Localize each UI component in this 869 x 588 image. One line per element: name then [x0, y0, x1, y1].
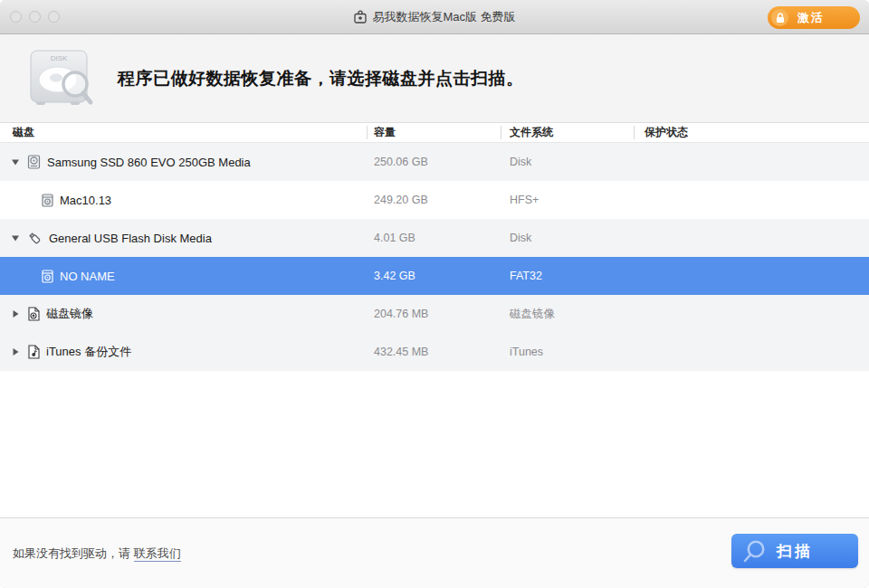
- ready-message: 程序已做好数据恢复准备，请选择磁盘并点击扫描。: [118, 67, 524, 90]
- disk-name: NO NAME: [60, 270, 115, 283]
- column-divider: [367, 126, 368, 139]
- volume-icon: [42, 270, 53, 283]
- column-divider: [634, 126, 635, 139]
- disk-filesystem: iTunes: [501, 346, 634, 358]
- hero-banner: DISK 程序已做好数据恢复准备，请选择磁盘并点击扫描。: [0, 34, 869, 123]
- title-bar: 易我数据恢复Mac版 免费版 激活: [0, 0, 869, 34]
- app-window: 易我数据恢复Mac版 免费版 激活: [0, 0, 869, 588]
- empty-area: [0, 371, 869, 517]
- disk-name: 磁盘镜像: [46, 306, 93, 322]
- contact-us-link[interactable]: 联系我们: [134, 546, 181, 562]
- footer-bar: 如果没有找到驱动，请 联系我们 扫描: [0, 517, 869, 588]
- internal-drive-icon: [27, 155, 41, 169]
- column-header-disk: 磁盘: [0, 125, 367, 140]
- volume-icon: [42, 194, 53, 207]
- disclosure-collapsed-icon[interactable]: [11, 347, 20, 356]
- drive-not-found-hint: 如果没有找到驱动，请 联系我们: [13, 545, 181, 562]
- disclosure-expanded-icon[interactable]: [11, 233, 20, 242]
- table-row-disk-image[interactable]: 磁盘镜像 204.76 MB 磁盘镜像: [0, 295, 869, 333]
- zoom-window-button[interactable]: [48, 11, 60, 23]
- column-header-filesystem: 文件系统: [501, 125, 634, 140]
- magnifier-icon: [740, 538, 768, 568]
- disk-search-icon: DISK: [24, 43, 100, 118]
- column-header-capacity: 容量: [367, 125, 501, 140]
- scan-button[interactable]: 扫描: [731, 534, 858, 568]
- disk-name: General USB Flash Disk Media: [49, 232, 212, 245]
- disk-list: Samsung SSD 860 EVO 250GB Media 250.06 G…: [0, 143, 869, 371]
- activate-button[interactable]: 激活: [768, 6, 860, 29]
- disk-image-icon: [27, 307, 40, 321]
- table-row-usb-disk[interactable]: General USB Flash Disk Media 4.01 GB Dis…: [0, 219, 869, 257]
- disk-capacity: 3.42 GB: [367, 270, 501, 282]
- disk-capacity: 432.45 MB: [367, 346, 501, 358]
- disk-filesystem: HFS+: [501, 194, 634, 206]
- table-header: 磁盘 容量 文件系统 保护状态: [0, 123, 869, 143]
- recovery-box-icon: [353, 10, 368, 24]
- column-header-protection: 保护状态: [634, 125, 869, 140]
- disk-filesystem: FAT32: [501, 270, 634, 282]
- disk-filesystem: 磁盘镜像: [501, 307, 634, 322]
- usb-drive-icon: [27, 231, 43, 246]
- column-divider: [501, 126, 501, 139]
- disk-capacity: 204.76 MB: [367, 308, 501, 320]
- minimize-window-button[interactable]: [29, 11, 41, 23]
- disk-name: Samsung SSD 860 EVO 250GB Media: [47, 156, 251, 169]
- disk-name: iTunes 备份文件: [46, 344, 131, 360]
- close-window-button[interactable]: [10, 11, 22, 23]
- scan-button-label: 扫描: [777, 541, 813, 562]
- table-row-itunes-backup[interactable]: iTunes 备份文件 432.45 MB iTunes: [0, 333, 869, 371]
- disk-capacity: 249.20 GB: [367, 194, 501, 206]
- disclosure-collapsed-icon[interactable]: [11, 309, 20, 318]
- table-row-mac-volume[interactable]: Mac10.13 249.20 GB HFS+: [0, 181, 869, 219]
- disclosure-expanded-icon[interactable]: [11, 157, 20, 166]
- table-row-no-name-selected[interactable]: NO NAME 3.42 GB FAT32: [0, 257, 869, 295]
- disk-icon-label: DISK: [51, 54, 68, 62]
- disk-filesystem: Disk: [501, 232, 634, 244]
- disk-capacity: 250.06 GB: [367, 156, 501, 168]
- disk-name: Mac10.13: [60, 194, 111, 207]
- lock-icon: [771, 9, 788, 26]
- hint-text: 如果没有找到驱动，请: [13, 546, 134, 560]
- window-title: 易我数据恢复Mac版 免费版: [372, 9, 515, 25]
- activate-button-label: 激活: [797, 10, 825, 26]
- table-row-samsung-ssd[interactable]: Samsung SSD 860 EVO 250GB Media 250.06 G…: [0, 143, 869, 181]
- itunes-backup-icon: [27, 345, 40, 359]
- disk-capacity: 4.01 GB: [367, 232, 501, 244]
- disk-filesystem: Disk: [501, 156, 634, 168]
- traffic-lights: [10, 0, 60, 33]
